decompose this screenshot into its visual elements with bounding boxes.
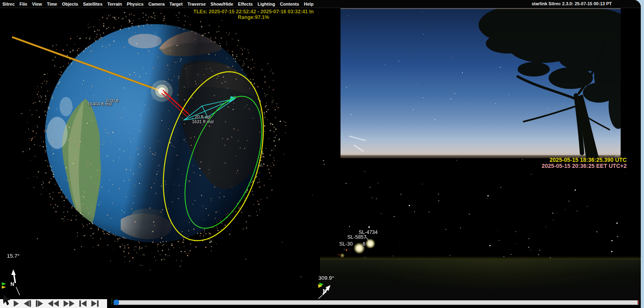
timestamps: 2025-05-15 18:36:25.390 UTC 2025-05-15 2… bbox=[542, 157, 627, 169]
north-arrow-icon bbox=[11, 269, 16, 275]
menu-file[interactable]: File bbox=[17, 2, 30, 6]
green-marker-icon bbox=[2, 282, 6, 285]
tree-silhouette bbox=[341, 9, 621, 158]
scrubber-handle[interactable] bbox=[114, 300, 119, 305]
playback-controls-bar bbox=[0, 299, 107, 308]
satellite-label: SL-5857 bbox=[347, 234, 366, 240]
video-scrubber[interactable] bbox=[107, 299, 641, 308]
menu-satellites[interactable]: Satellites bbox=[80, 2, 105, 6]
step-forward-button[interactable] bbox=[36, 300, 43, 307]
menu-objects[interactable]: Objects bbox=[60, 2, 80, 6]
north-label: N bbox=[10, 281, 14, 287]
menu-sitrec[interactable]: Sitrec bbox=[0, 2, 17, 6]
tle-status: TLEs: 2025-07-15 22:52:42 - 2025-07-16 0… bbox=[177, 9, 330, 20]
globe-heading-readout: 15.7° bbox=[7, 253, 20, 259]
satellite-trail bbox=[320, 158, 400, 260]
target-altitude-line2: 1631 ft msl bbox=[192, 119, 214, 124]
camera-altitude-line2: 16404 ft msl bbox=[88, 101, 112, 106]
jump-start-button[interactable] bbox=[79, 300, 87, 307]
menu-contents[interactable]: Contents bbox=[277, 2, 301, 6]
target-track-lines bbox=[161, 90, 190, 116]
satellite-label: 6 bbox=[363, 241, 365, 247]
window-title: starlink Sitrec 2.3.0: 25-07-15 00:13 PT bbox=[532, 0, 612, 8]
timestamp-utc: 2025-05-15 18:36:25.390 UTC bbox=[542, 157, 627, 163]
rewind-button[interactable] bbox=[48, 300, 59, 307]
satellite-label: SL-30 bbox=[339, 241, 353, 247]
north-label: N bbox=[323, 288, 326, 294]
timestamp-local: 2025-05-15 20:36:25 EET UTC+2 bbox=[542, 163, 627, 169]
menu-target[interactable]: Target bbox=[167, 2, 185, 6]
scrubber-end-mark bbox=[638, 300, 639, 304]
yellow-marker-icon bbox=[2, 286, 6, 289]
night-ground bbox=[320, 260, 641, 300]
step-back-button[interactable] bbox=[24, 300, 31, 307]
menu-terrain[interactable]: Terrain bbox=[105, 2, 124, 6]
menu-show-hide[interactable]: Show/Hide bbox=[208, 2, 235, 6]
orbit-tracks bbox=[0, 8, 320, 308]
scrubber-start-mark bbox=[111, 299, 112, 305]
jump-end-button[interactable] bbox=[91, 300, 99, 307]
menu-help[interactable]: Help bbox=[301, 2, 316, 6]
play-button[interactable] bbox=[14, 300, 19, 307]
app-window: SitrecFileViewTimeObjectsSatellitesTerra… bbox=[0, 0, 641, 308]
menu-view[interactable]: View bbox=[30, 2, 45, 6]
fast-forward-button[interactable] bbox=[64, 300, 74, 307]
photo-view bbox=[341, 8, 621, 158]
menu-effects[interactable]: Effects bbox=[235, 2, 255, 6]
scrubber-track[interactable] bbox=[114, 300, 638, 305]
menu-time[interactable]: Time bbox=[44, 2, 59, 6]
target-altitude-line1: 20 ft agl bbox=[195, 114, 211, 119]
menu-camera[interactable]: Camera bbox=[146, 2, 167, 6]
menu-physics[interactable]: Physics bbox=[124, 2, 146, 6]
globe-view[interactable]: 0.00 ft 16404 ft msl 20 ft agl 1631 ft m… bbox=[0, 8, 320, 308]
mouse-cursor bbox=[1, 293, 11, 307]
menu-traverse[interactable]: Traverse bbox=[185, 2, 208, 6]
menu-lighting[interactable]: Lighting bbox=[255, 2, 277, 6]
menu-items: SitrecFileViewTimeObjectsSatellitesTerra… bbox=[0, 2, 316, 6]
